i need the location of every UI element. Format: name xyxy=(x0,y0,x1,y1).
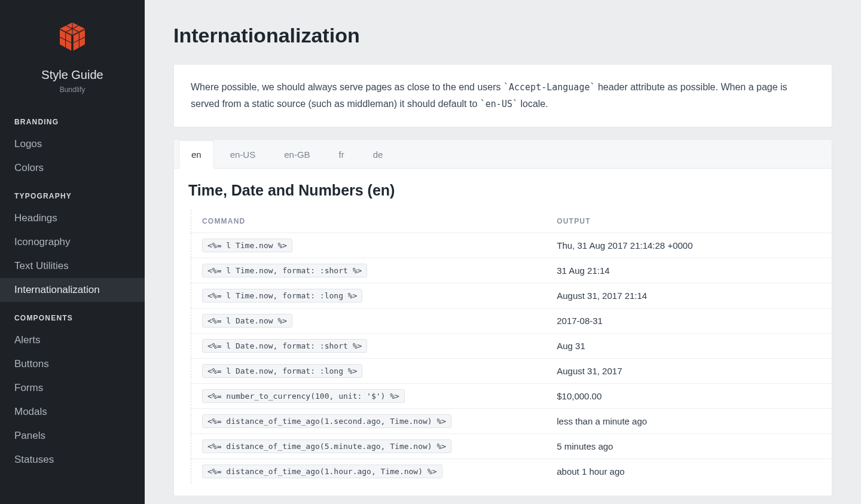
intro-text: Where possible, we should always serve p… xyxy=(191,82,503,92)
examples-table: COMMAND OUTPUT <%= l Time.now %>Thu, 31 … xyxy=(191,210,848,484)
sidebar-item-alerts[interactable]: Alerts xyxy=(0,328,145,352)
command-code: <%= distance_of_time_ago(1.second.ago, T… xyxy=(202,414,451,428)
command-code: <%= number_to_currency(100, unit: '$') %… xyxy=(202,389,405,403)
command-code: <%= l Date.now %> xyxy=(202,314,292,328)
output-value: Thu, 31 Aug 2017 21:14:28 +0000 xyxy=(546,233,848,258)
tab-de[interactable]: de xyxy=(361,140,396,169)
output-value: about 1 hour ago xyxy=(546,459,848,484)
table-row: <%= l Time.now %>Thu, 31 Aug 2017 21:14:… xyxy=(191,233,849,258)
command-code: <%= l Date.now, format: :long %> xyxy=(202,364,362,378)
sidebar-item-text-utilities[interactable]: Text Utilities xyxy=(0,254,145,278)
output-value: $10,000.00 xyxy=(546,384,848,409)
command-code: <%= distance_of_time_ago(5.minute.ago, T… xyxy=(202,439,451,453)
page-title: Internationalization xyxy=(173,24,832,47)
intro-card: Where possible, we should always serve p… xyxy=(173,64,832,127)
brand-logo xyxy=(0,0,145,54)
table-row: <%= l Date.now, format: :short %>Aug 31 xyxy=(191,334,849,359)
table-row: <%= number_to_currency(100, unit: '$') %… xyxy=(191,384,849,409)
command-code: <%= l Time.now, format: :long %> xyxy=(202,289,362,303)
intro-code-locale: `en-US` xyxy=(480,99,518,109)
command-code: <%= distance_of_time_ago(1.hour.ago, Tim… xyxy=(202,465,442,478)
sidebar-item-statuses[interactable]: Statuses xyxy=(0,448,145,472)
output-value: August 31, 2017 21:14 xyxy=(546,283,848,308)
tab-en[interactable]: en xyxy=(179,140,214,169)
output-value: August 31, 2017 xyxy=(546,359,848,384)
main-content: Internationalization Where possible, we … xyxy=(145,0,861,504)
sidebar-item-panels[interactable]: Panels xyxy=(0,424,145,448)
locale-examples-card: enen-USen-GBfrde Time, Date and Numbers … xyxy=(173,139,832,496)
sidebar-item-internationalization[interactable]: Internationalization xyxy=(0,278,145,302)
sidebar-item-colors[interactable]: Colors xyxy=(0,156,145,180)
command-code: <%= l Date.now, format: :short %> xyxy=(202,339,367,353)
tab-fr[interactable]: fr xyxy=(326,140,357,169)
table-row: <%= l Date.now %>2017-08-31 xyxy=(191,308,849,334)
table-row: <%= distance_of_time_ago(5.minute.ago, T… xyxy=(191,434,849,459)
locale-tabs: enen-USen-GBfrde xyxy=(174,140,832,169)
section-title: Time, Date and Numbers (en) xyxy=(174,169,832,205)
sidebar-item-iconography[interactable]: Iconography xyxy=(0,230,145,254)
intro-text: locale. xyxy=(518,99,548,109)
output-value: 31 Aug 21:14 xyxy=(546,258,848,283)
sidebar-section-label: TYPOGRAPHY xyxy=(0,180,145,206)
sidebar: Style Guide Bundlify BRANDINGLogosColors… xyxy=(0,0,145,504)
table-row: <%= l Time.now, format: :short %>31 Aug … xyxy=(191,258,849,283)
table-header-command: COMMAND xyxy=(191,210,546,233)
sidebar-item-logos[interactable]: Logos xyxy=(0,132,145,156)
cube-icon xyxy=(56,20,89,54)
table-row: <%= distance_of_time_ago(1.hour.ago, Tim… xyxy=(191,459,849,484)
table-header-output: OUTPUT xyxy=(546,210,848,233)
output-value: 5 minutes ago xyxy=(546,434,848,459)
table-row: <%= l Date.now, format: :long %>August 3… xyxy=(191,359,849,384)
sidebar-section-label: BRANDING xyxy=(0,106,145,132)
sidebar-item-forms[interactable]: Forms xyxy=(0,376,145,400)
sidebar-subtitle: Bundlify xyxy=(0,82,145,106)
output-value: less than a minute ago xyxy=(546,409,848,434)
table-row: <%= distance_of_time_ago(1.second.ago, T… xyxy=(191,409,849,434)
sidebar-item-buttons[interactable]: Buttons xyxy=(0,352,145,376)
tab-en-gb[interactable]: en-GB xyxy=(271,140,322,169)
output-value: Aug 31 xyxy=(546,334,848,359)
table-row: <%= l Time.now, format: :long %>August 3… xyxy=(191,283,849,308)
sidebar-title: Style Guide xyxy=(0,54,145,82)
output-value: 2017-08-31 xyxy=(546,308,848,334)
tab-en-us[interactable]: en-US xyxy=(218,140,268,169)
intro-code-accept-language: `Accept-Language` xyxy=(503,82,596,93)
command-code: <%= l Time.now %> xyxy=(202,239,292,252)
sidebar-item-modals[interactable]: Modals xyxy=(0,400,145,424)
sidebar-section-label: COMPONENTS xyxy=(0,302,145,328)
sidebar-item-headings[interactable]: Headings xyxy=(0,206,145,230)
command-code: <%= l Time.now, format: :short %> xyxy=(202,264,367,277)
